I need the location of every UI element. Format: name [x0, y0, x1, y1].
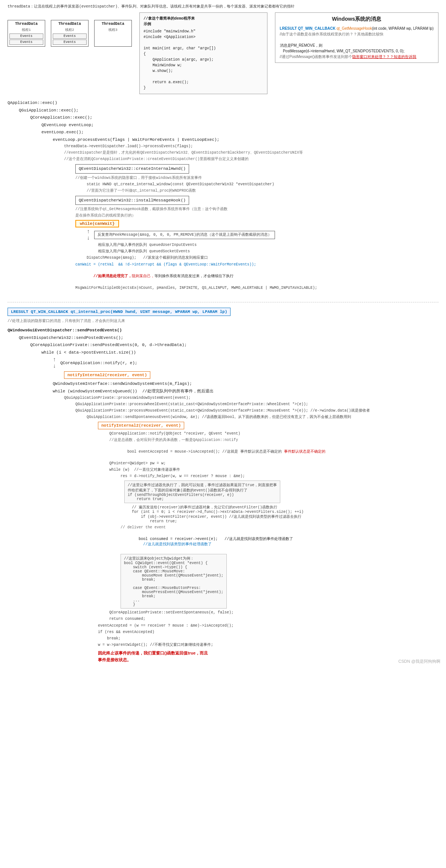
flow-row-process-wheel: QGuiApplicationPrivate::processWheelEven… — [75, 402, 438, 407]
thread-boxes: ThreadData 线程1 Events Events ThreadData … — [8, 20, 132, 47]
code-box-top: //拿这个最简单的demo程序来示例 #include "mainwindow.… — [139, 12, 267, 94]
install-hook-comment1: //注册系统钩子qt_GetMessageHook函数，截获操作系统所有事件（注… — [75, 207, 228, 212]
flow-row-res-check: if (res && eventAccepted) — [98, 630, 438, 635]
flow-row-install-hook-c2: 是在操作系统自己的线程里执行的） — [75, 213, 438, 218]
flow-row-filter-loop: // 遍历发送给(receiver)的事件过滤器对象，先让它们的eventFil… — [132, 505, 438, 523]
deliver-comment-label: // deliver the event — [121, 525, 166, 530]
top-description: threadData：让流在线程上的事件派发器(eventDispatcher)… — [8, 4, 438, 9]
flow-row-return-consumed: return consumed; — [109, 616, 438, 622]
create-hwnd-label: QEventDispatcherWin32::createInternalHwn… — [79, 166, 186, 171]
flow-row-break: break; — [98, 636, 438, 641]
flow-row-final-red: 因此终止该事件的传递，我们置窗口()函数返回值true，而且 事件是接收状态。 — [98, 650, 438, 663]
qcore-notify-comment-label: //这是总函数，会对应到子类的具体函数，一般是QApplication::not… — [109, 438, 238, 443]
filter-comment-box: //这里让事件过滤器先执行了，因此可以知道，事件过滤器如果返回了true，则直接… — [124, 481, 280, 503]
static-hwnd-label: static HWND qt_create_internal_window(co… — [87, 182, 274, 187]
flow-row-notify-helper: res = d->notify_helper(w, w == receiver … — [121, 474, 438, 479]
while-queued-label: while (windowSystemEventsQueued()) //处理完… — [53, 388, 214, 395]
event-item: Events — [9, 34, 43, 39]
flow-row-notify-internal: notifyInternal2(receiver, event) — [64, 371, 438, 380]
break-label: break; — [98, 636, 121, 641]
flow-row-bool-accepted: bool eventAccepted = mouse->isAccepted()… — [109, 444, 438, 460]
flow-row-install-hook-c1: //注册系统钩子qt_GetMessageHook函数，截获操作系统所有事件（注… — [75, 207, 438, 212]
event-item: Events — [53, 40, 87, 45]
qcore-notify-label: QCoreApplication::notify(r, e); — [60, 360, 137, 366]
flow-row-set-spont: QCoreApplicationPrivate::setEventSpontan… — [109, 610, 438, 615]
lresult-box: LRESULT QT_WIN_CALLBACK qt_internal_proc… — [8, 308, 231, 316]
flow-row-win-gui-dispatcher: QWindowsGuiEventDispatcher::sendPostedEv… — [8, 327, 438, 334]
code-content: #include "mainwindow.h" #include <QAppli… — [144, 29, 263, 91]
flow-row-qcore-send: QCoreApplicationPrivate::sendPostedEvent… — [30, 342, 438, 348]
process-wheel-label: QGuiApplicationPrivate::processWheelEven… — [75, 402, 308, 407]
flow-row-process-win-sys: QGuiApplicationPrivate::processWindowSys… — [64, 395, 438, 401]
flow-row-event-accepted-check: eventAccepted = (w == receiver ? mouse :… — [98, 623, 438, 628]
process-events-label: eventLoop.processEvents(flags | WaitForM… — [53, 137, 219, 143]
event-item: Events — [53, 34, 87, 39]
static-hwnd-comment: //里面为它注册了一个叫做qt_internal_proc的WNDPROC函数 — [87, 188, 196, 194]
dispatch-msg-label: DispatchMessage(&msg); //派发这个截获到的消息发到相应窗… — [87, 255, 208, 261]
section-divider — [8, 302, 438, 302]
qcore-send-label: QCoreApplicationPrivate::sendPostedEvent… — [30, 342, 187, 348]
qwidget-comment-box: //这里以源来Qobject为Qwidget为例： bool CQWidget:… — [121, 554, 227, 609]
csdn-watermark: CSDN @我是阿狗狗啊 — [399, 659, 440, 664]
flow-row-qcore-notify: ↑ ↓ QCoreApplication::notify(r, e); — [53, 357, 438, 369]
dbl-arrow-icon-2: ↑ ↓ — [53, 357, 56, 369]
send-window-sys-label: QWindowSystemInterface::sendWindowSystem… — [53, 381, 192, 387]
thread-box-1-title: ThreadData — [9, 22, 43, 26]
process-win-sys-label: QGuiApplicationPrivate::processWindowSys… — [64, 395, 191, 401]
flow-row-thread-dispatch: threadData->eventDispatcher.load()->proc… — [64, 144, 438, 149]
flow-row-dispatch-comment: //eventDispatcher是是指针，才允化的有QEventDispatc… — [64, 150, 438, 156]
return-consumed-label: return consumed; — [109, 616, 145, 622]
flow-row-while-w: while (w) //一直往父对象传递该事件 — [109, 467, 438, 473]
thread-box-1-events: Events Events — [9, 34, 43, 45]
notify2-box: notifyInternal2(receiver, event) — [98, 422, 184, 429]
flow-row-app-exec: QApplication::exec() — [8, 100, 438, 106]
flow-row-send-window-sys: QWindowSystemInterface::sendWindowSystem… — [53, 381, 438, 387]
eventloop-exec-label: eventLoop.exec(); — [41, 129, 84, 136]
thread-box-3-title: ThreadData — [96, 22, 130, 26]
while-w-label: while (w) //一直往父对象传递该事件 — [109, 467, 180, 473]
flow-row-install-hook: QEventDispatcherWin32::installMessageHoo… — [75, 195, 438, 206]
win-event-dispatcher-label: QEventDispatcherWin32::sendPostedEvents(… — [19, 335, 123, 341]
install-hook-comment2: 是在操作系统自己的线程里执行的） — [75, 213, 136, 218]
flow-row-notify2: notifyInternal2(receiver, event) — [98, 421, 438, 430]
flow-row-qcore-notify-comment: //这是总函数，会对应到子类的具体函数，一般是QApplication::not… — [109, 438, 438, 443]
send-spont-label: QGuiApplication::sendSpontaneousEvent(wi… — [87, 415, 351, 420]
flow-row-deliver: // deliver the event — [121, 525, 438, 530]
while-canwait-box: while(canWait} — [75, 220, 119, 227]
final-red-text: 因此终止该事件的传递，我们置窗口()函数返回值true，而且 事件是接收状态。 — [98, 650, 208, 663]
windows-msg-box: Windows系统的消息 LRESULT QT_WIN_CALLBACK qt_… — [275, 12, 438, 63]
thread-box-3-sub: 线程3 — [96, 27, 130, 32]
flow-row-qgui-exec: QGuiApplication::exec(); — [19, 107, 438, 114]
windows-msg-content: LRESULT QT_WIN_CALLBACK qt_GetMessageHoo… — [280, 26, 434, 59]
flow-row-static-hwnd: static HWND qt_create_internal_window(co… — [87, 182, 438, 187]
thread-box-2-sub: 线程2 — [53, 27, 87, 32]
qpointer-label: QPointer<QWidget> pw = w; — [109, 461, 166, 466]
qcore-exec-label: QCoreApplication::exec(); — [30, 114, 92, 121]
create-hwnd-box: QEventDispatcherWin32::createInternalHwn… — [75, 164, 189, 174]
flow-row-parent-widget: w = w->parentWidget(); //不断寻找父窗口对象继续传递事件… — [98, 642, 438, 648]
parent-widget-label: w = w->parentWidget(); //不断寻找父窗口对象继续传递事件… — [98, 642, 213, 648]
notify-helper-label: res = d->notify_helper(w, w == receiver … — [121, 474, 245, 479]
flow-row-queued-user: 相应放入用户输入事件的队列 queuedUserInputEvents — [98, 243, 438, 248]
lresult-comment: //处理上面说的隐形窗口的消息，只有收到了消息，才会执行到这儿来 — [8, 318, 438, 323]
thread-dispatch-label: threadData->eventDispatcher.load()->proc… — [64, 144, 193, 149]
notify-internal-box: notifyInternal2(receiver, event) — [64, 371, 150, 379]
qwidget-comment-text: //这里以源来Qobject为Qwidget为例： bool CQWidget:… — [124, 556, 223, 607]
flow-row-receiver-event: bool consumed = receiver->event(e); //这儿… — [121, 531, 438, 552]
flow-section-2: QWindowsGuiEventDispatcher::sendPostedEv… — [8, 327, 438, 663]
windows-msg-title: Windows系统的消息 — [280, 16, 434, 23]
flow-row-qcore-exec: QCoreApplication::exec(); — [30, 114, 438, 121]
msgwait-label: MsgWaitForMultipleObjectsEx(nCount, pHan… — [75, 285, 317, 291]
notify2-label: notifyInternal2(receiver, event) — [101, 423, 181, 428]
top-section: ThreadData 线程1 Events Events ThreadData … — [8, 12, 438, 94]
page-container: threadData：让流在线程上的事件派发器(eventDispatcher)… — [0, 0, 446, 668]
process-mouse-label: QGuiApplicationPrivate::processMouseEven… — [75, 408, 370, 413]
while-post-label: while (i < data->postEventList.size()) — [41, 349, 136, 356]
app-exec-label: QApplication::exec() — [8, 100, 57, 106]
dispatch-comment-2: //这个是在消耗QCoreApplicationPrivate::createE… — [64, 157, 249, 162]
flow-row-while-queued: while (windowSystemEventsQueued()) //处理完… — [53, 388, 438, 395]
lresult-section: LRESULT QT_WIN_CALLBACK qt_internal_proc… — [8, 306, 438, 323]
flow-row-process-mouse: QGuiApplicationPrivate::processMouseEven… — [75, 408, 438, 413]
dbl-arrow-icon: ↑ ↓ — [87, 229, 90, 241]
install-hook-label: QEventDispatcherWin32::installMessageHoo… — [79, 198, 186, 203]
